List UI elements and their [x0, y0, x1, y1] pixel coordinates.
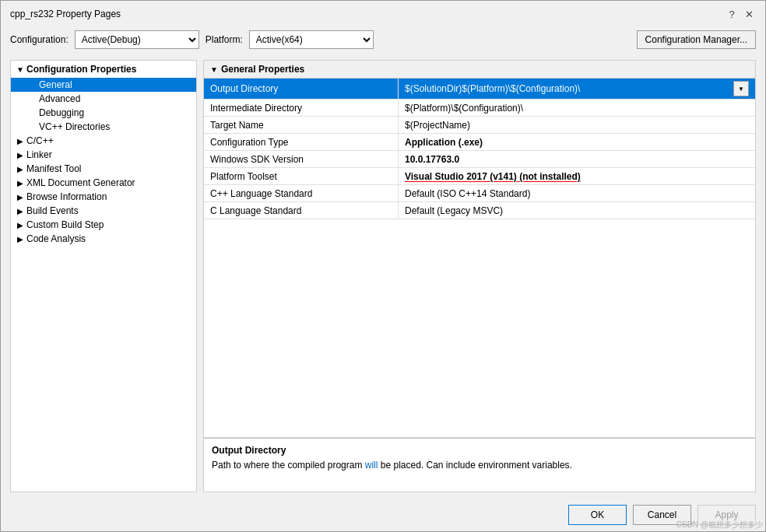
property-row-windows-sdk[interactable]: Windows SDK Version 10.0.17763.0 — [204, 151, 755, 168]
dialog-title: cpp_rs232 Property Pages — [10, 9, 121, 19]
sidebar-item-label: VC++ Directories — [39, 121, 193, 132]
build-expand-icon: ▶ — [14, 207, 26, 215]
tree-root[interactable]: ▼ Configuration Properties — [11, 61, 196, 78]
sidebar-item-label: Custom Build Step — [26, 219, 193, 230]
sidebar-item-label: XML Document Generator — [26, 177, 193, 188]
property-row-output-directory[interactable]: Output Directory $(SolutionDir)$(Platfor… — [204, 79, 755, 100]
sidebar-item-general[interactable]: General — [11, 78, 196, 92]
prop-value-target-name: $(ProjectName) — [399, 117, 755, 133]
configuration-label: Configuration: — [10, 34, 69, 45]
prop-value-text: $(Platform)\$(Configuration)\ — [405, 103, 749, 114]
code-expand-icon: ▶ — [14, 235, 26, 243]
prop-value-text: $(SolutionDir)$(Platform)\$(Configuratio… — [405, 83, 733, 94]
platform-select[interactable]: Active(x64) — [249, 30, 374, 49]
prop-value-text: Default (ISO C++14 Standard) — [405, 188, 749, 199]
config-manager-button[interactable]: Configuration Manager... — [637, 30, 756, 49]
ccpp-expand-icon: ▶ — [14, 137, 26, 145]
sidebar-item-label: Browse Information — [26, 191, 193, 202]
prop-name-configuration-type: Configuration Type — [204, 134, 399, 150]
prop-name-cpp-standard: C++ Language Standard — [204, 185, 399, 201]
prop-name-intermediate-directory: Intermediate Directory — [204, 100, 399, 116]
sidebar-item-label: Build Events — [26, 205, 193, 216]
section-title: General Properties — [221, 64, 304, 75]
prop-value-platform-toolset: Visual Studio 2017 (v141) (not installed… — [399, 168, 755, 184]
property-row-intermediate-directory[interactable]: Intermediate Directory $(Platform)\$(Con… — [204, 100, 755, 117]
manifest-expand-icon: ▶ — [14, 165, 26, 173]
sidebar-item-label: C/C++ — [26, 135, 193, 146]
browse-expand-icon: ▶ — [14, 193, 26, 201]
sidebar-item-linker[interactable]: ▶ Linker — [11, 148, 196, 162]
prop-value-cpp-standard: Default (ISO C++14 Standard) — [399, 185, 755, 201]
toolbar: Configuration: Active(Debug) Platform: A… — [1, 26, 765, 54]
prop-value-c-standard: Default (Legacy MSVC) — [399, 202, 755, 219]
sidebar-item-c-cpp[interactable]: ▶ C/C++ — [11, 134, 196, 148]
title-bar-controls: ? ✕ — [725, 7, 756, 21]
prop-value-text: $(ProjectName) — [405, 120, 749, 131]
left-tree-panel: ▼ Configuration Properties General Advan… — [10, 60, 197, 492]
right-properties-panel: ▼ General Properties Output Directory $(… — [203, 60, 756, 492]
main-content: ▼ Configuration Properties General Advan… — [1, 54, 765, 499]
prop-name-c-standard: C Language Standard — [204, 202, 399, 219]
configuration-select[interactable]: Active(Debug) — [75, 30, 199, 49]
root-expand-icon: ▼ — [14, 65, 26, 74]
section-collapse-icon: ▼ — [210, 65, 218, 74]
sidebar-item-vc-directories[interactable]: VC++ Directories — [11, 120, 196, 134]
description-title: Output Directory — [212, 445, 747, 456]
prop-name-output-directory: Output Directory — [204, 79, 399, 99]
custom-expand-icon: ▶ — [14, 221, 26, 229]
sidebar-item-label: Manifest Tool — [26, 163, 193, 174]
property-row-c-standard[interactable]: C Language Standard Default (Legacy MSVC… — [204, 202, 755, 219]
property-row-configuration-type[interactable]: Configuration Type Application (.exe) — [204, 134, 755, 151]
platform-label: Platform: — [206, 34, 243, 45]
ok-button[interactable]: OK — [568, 505, 627, 525]
prop-value-text: Default (Legacy MSVC) — [405, 205, 749, 216]
prop-value-output-directory: $(SolutionDir)$(Platform)\$(Configuratio… — [399, 79, 755, 99]
sidebar-item-label: Debugging — [39, 107, 193, 118]
watermark: CSDN @能想多少想多少 — [676, 520, 763, 530]
sidebar-item-label: Advanced — [39, 93, 193, 104]
description-highlight: will — [365, 460, 378, 471]
help-button[interactable]: ? — [725, 7, 739, 21]
sidebar-item-build-events[interactable]: ▶ Build Events — [11, 204, 196, 218]
xml-expand-icon: ▶ — [14, 179, 26, 187]
footer: OK Cancel Apply — [1, 499, 765, 531]
prop-value-intermediate-directory: $(Platform)\$(Configuration)\ — [399, 100, 755, 116]
property-row-cpp-standard[interactable]: C++ Language Standard Default (ISO C++14… — [204, 185, 755, 202]
sidebar-item-label: General — [39, 79, 193, 90]
section-header: ▼ General Properties — [204, 61, 755, 79]
prop-value-text: 10.0.17763.0 — [405, 154, 749, 165]
sidebar-item-advanced[interactable]: Advanced — [11, 92, 196, 106]
prop-name-platform-toolset: Platform Toolset — [204, 168, 399, 184]
linker-expand-icon: ▶ — [14, 151, 26, 159]
sidebar-item-manifest-tool[interactable]: ▶ Manifest Tool — [11, 162, 196, 176]
sidebar-item-label: Linker — [26, 149, 193, 160]
property-pages-dialog: cpp_rs232 Property Pages ? ✕ Configurati… — [0, 0, 766, 532]
prop-value-text: Visual Studio 2017 (v141) (not installed… — [405, 171, 749, 182]
prop-dropdown-button[interactable]: ▼ — [733, 81, 749, 96]
property-row-platform-toolset[interactable]: Platform Toolset Visual Studio 2017 (v14… — [204, 168, 755, 185]
property-row-target-name[interactable]: Target Name $(ProjectName) — [204, 117, 755, 134]
sidebar-item-label: Code Analysis — [26, 233, 193, 244]
prop-value-configuration-type: Application (.exe) — [399, 134, 755, 150]
sidebar-item-debugging[interactable]: Debugging — [11, 106, 196, 120]
description-text: Path to where the compiled program will … — [212, 459, 747, 472]
close-button[interactable]: ✕ — [742, 7, 756, 21]
sidebar-item-xml-generator[interactable]: ▶ XML Document Generator — [11, 176, 196, 190]
prop-value-text: Application (.exe) — [405, 137, 749, 148]
properties-area: ▼ General Properties Output Directory $(… — [204, 61, 755, 437]
sidebar-item-code-analysis[interactable]: ▶ Code Analysis — [11, 232, 196, 246]
description-area: Output Directory Path to where the compi… — [204, 437, 755, 492]
title-bar: cpp_rs232 Property Pages ? ✕ — [1, 1, 765, 26]
sidebar-item-browse-information[interactable]: ▶ Browse Information — [11, 190, 196, 204]
sidebar-item-custom-build-step[interactable]: ▶ Custom Build Step — [11, 218, 196, 232]
prop-value-windows-sdk: 10.0.17763.0 — [399, 151, 755, 167]
prop-name-windows-sdk: Windows SDK Version — [204, 151, 399, 167]
prop-name-target-name: Target Name — [204, 117, 399, 133]
tree-root-label: Configuration Properties — [26, 64, 193, 75]
